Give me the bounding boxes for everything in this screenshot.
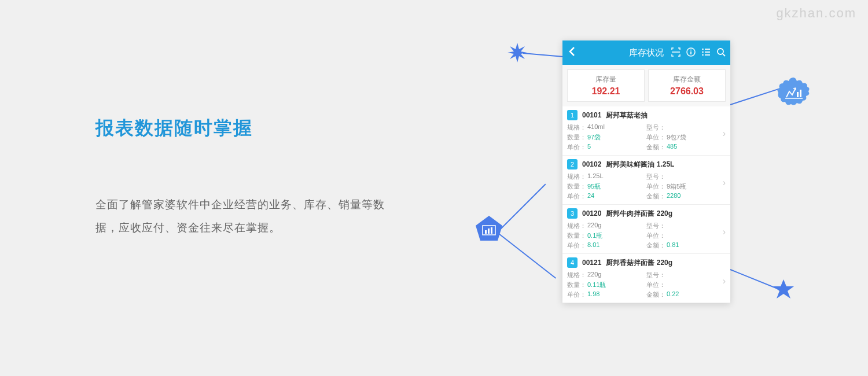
app-header: 库存状况 — [562, 40, 730, 65]
svg-marker-1 — [476, 216, 502, 241]
stat-value: 2766.03 — [651, 86, 723, 97]
svg-point-15 — [702, 51, 704, 53]
page-description: 全面了解管家婆软件中企业经营的业务、库存、销量等数据，应收应付、资金往来尽在掌握… — [95, 193, 385, 239]
chevron-right-icon: › — [723, 178, 726, 188]
item-number-badge: 2 — [567, 159, 578, 169]
item-number-badge: 4 — [567, 257, 578, 268]
pentagon-chart-icon — [473, 213, 505, 246]
svg-point-13 — [702, 48, 704, 50]
svg-marker-0 — [507, 43, 527, 62]
item-name: 厨邦牛肉拌面酱 220g — [606, 209, 672, 219]
stats-summary: 库存量 192.21 库存金额 2766.03 — [562, 65, 730, 106]
item-name: 厨邦草菇老抽 — [606, 110, 648, 120]
scan-icon[interactable] — [671, 47, 681, 58]
item-details: 规格：410ml 型号： 数量：97袋 单位：9包7袋 单价：5 金额：485 — [562, 122, 730, 155]
svg-line-20 — [723, 54, 725, 56]
list-item[interactable]: 3 00120 厨邦牛肉拌面酱 220g 规格：220g 型号： 数量：0.1瓶… — [562, 205, 730, 254]
stat-card-inventory-qty[interactable]: 库存量 192.21 — [567, 69, 645, 102]
svg-marker-9 — [773, 279, 794, 298]
header-title: 库存状况 — [629, 47, 664, 58]
marketing-copy: 报表数据随时掌握 全面了解管家婆软件中企业经营的业务、库存、销量等数据，应收应付… — [95, 116, 385, 239]
list-item[interactable]: 4 00121 厨邦香菇拌面酱 220g 规格：220g 型号： 数量：0.11… — [562, 254, 730, 303]
starburst-icon — [506, 42, 528, 66]
item-number-badge: 1 — [567, 110, 578, 120]
item-details: 规格：220g 型号： 数量：0.1瓶 单位： 单价：8.01 金额：0.81 — [562, 220, 730, 253]
svg-rect-7 — [800, 90, 801, 97]
item-number-badge: 3 — [567, 208, 578, 219]
item-name: 厨邦香菇拌面酱 220g — [606, 258, 672, 268]
connector-line — [498, 233, 556, 279]
svg-rect-3 — [485, 230, 487, 234]
stat-card-inventory-amount[interactable]: 库存金额 2766.03 — [648, 69, 726, 102]
phone-mockup: 库存状况 库存量 192.21 库存金额 2766.03 1 00101 厨邦草… — [562, 40, 730, 303]
connector-line — [500, 184, 546, 230]
list-item[interactable]: 1 00101 厨邦草菇老抽 规格：410ml 型号： 数量：97袋 单位：9包… — [562, 106, 730, 156]
svg-point-11 — [690, 49, 692, 50]
svg-rect-4 — [488, 228, 490, 234]
item-code: 00121 — [582, 259, 601, 267]
chevron-right-icon: › — [723, 128, 726, 139]
svg-point-17 — [702, 54, 704, 56]
cloud-chart-icon — [775, 74, 812, 113]
item-code: 00120 — [582, 209, 601, 218]
info-icon[interactable] — [686, 47, 696, 58]
item-code: 00102 — [582, 160, 601, 168]
item-details: 规格：1.25L 型号： 数量：95瓶 单位：9箱5瓶 单价：24 金额：228… — [562, 171, 730, 204]
stat-label: 库存金额 — [651, 75, 723, 84]
list-icon[interactable] — [701, 47, 711, 58]
item-name: 厨邦美味鲜酱油 1.25L — [606, 160, 674, 169]
item-code: 00101 — [582, 111, 601, 119]
watermark-text: gkzhan.com — [776, 6, 856, 21]
stat-value: 192.21 — [570, 86, 642, 97]
star-icon — [772, 278, 795, 303]
svg-point-19 — [718, 49, 723, 54]
stat-label: 库存量 — [570, 75, 642, 84]
page-title: 报表数据随时掌握 — [95, 116, 385, 141]
item-details: 规格：220g 型号： 数量：0.11瓶 单位： 单价：1.98 金额：0.22 — [562, 270, 730, 303]
back-icon[interactable] — [568, 45, 580, 60]
connector-line — [523, 53, 564, 57]
list-item[interactable]: 2 00102 厨邦美味鲜酱油 1.25L 规格：1.25L 型号： 数量：95… — [562, 156, 730, 205]
svg-rect-5 — [491, 227, 492, 234]
chevron-right-icon: › — [723, 227, 726, 237]
search-icon[interactable] — [716, 47, 726, 58]
svg-rect-6 — [797, 92, 799, 97]
chevron-right-icon: › — [723, 276, 726, 286]
